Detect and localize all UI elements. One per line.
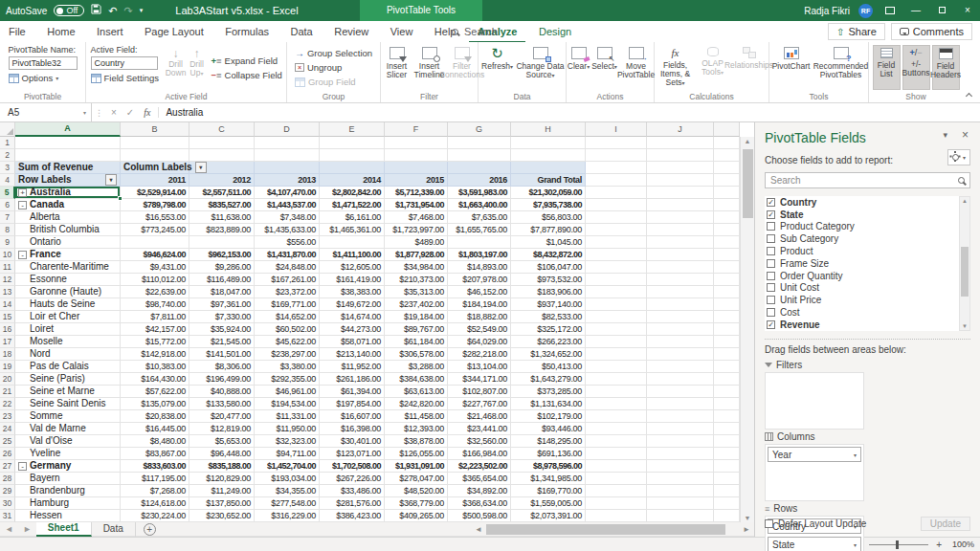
cell-I20[interactable] xyxy=(586,373,647,386)
field-checkbox-unit-cost[interactable] xyxy=(767,283,775,292)
recommended-pivottables-button[interactable]: ?Recommended PivotTables xyxy=(813,44,869,91)
cell-E31[interactable]: $386,423.00 xyxy=(320,510,385,522)
cell-C21[interactable]: $40,888.00 xyxy=(189,386,255,398)
cell-A18[interactable]: Nord xyxy=(15,348,121,361)
cell-A5[interactable]: +Australia xyxy=(15,187,121,199)
row-header-21[interactable]: 21 xyxy=(0,386,15,398)
cell-E10[interactable]: $1,411,100.00 xyxy=(320,249,385,261)
cell-D17[interactable]: $45,622.00 xyxy=(255,336,320,348)
tab-formulas[interactable]: Formulas xyxy=(216,21,278,42)
update-button[interactable]: Update xyxy=(921,517,970,531)
sheet-nav-left-icon[interactable]: ◄ xyxy=(0,524,18,534)
cell-J17[interactable] xyxy=(647,336,714,348)
cell-A23[interactable]: Somme xyxy=(15,410,121,423)
cell-B17[interactable]: $15,772.00 xyxy=(121,336,189,348)
col-header-C[interactable]: C xyxy=(189,122,255,137)
row-header-28[interactable]: 28 xyxy=(0,473,15,485)
cell-E18[interactable]: $213,140.00 xyxy=(320,348,385,361)
cell-G18[interactable]: $282,218.00 xyxy=(448,348,511,361)
cell-D27[interactable]: $1,452,704.00 xyxy=(255,460,320,473)
field-checkbox-cost[interactable] xyxy=(767,308,775,317)
cell-I22[interactable] xyxy=(586,398,647,410)
tab-data[interactable]: Data xyxy=(281,21,321,42)
cell-H19[interactable]: $50,413.00 xyxy=(511,361,586,373)
cell-C28[interactable]: $120,829.00 xyxy=(189,473,255,485)
comments-button[interactable]: Comments xyxy=(891,23,972,40)
minimize-button[interactable]: — xyxy=(907,0,924,21)
row-header-30[interactable]: 30 xyxy=(0,497,15,510)
cell-H30[interactable]: $1,559,005.00 xyxy=(511,497,586,510)
cell-K12[interactable] xyxy=(714,274,740,286)
cell-D26[interactable]: $94,711.00 xyxy=(255,448,320,460)
user-name[interactable]: Radja Fikri xyxy=(804,6,850,16)
cell-E2[interactable] xyxy=(320,149,385,162)
cell-K5[interactable] xyxy=(714,187,740,199)
cell-K15[interactable] xyxy=(714,311,740,323)
cell-F26[interactable]: $126,055.00 xyxy=(385,448,448,460)
fill-handle[interactable] xyxy=(118,196,122,201)
cell-H4[interactable]: Grand Total xyxy=(511,174,586,187)
cell-E6[interactable]: $1,471,522.00 xyxy=(320,199,385,211)
cell-B30[interactable]: $124,618.00 xyxy=(121,497,189,510)
cell-I10[interactable] xyxy=(586,249,647,261)
cell-B25[interactable]: $8,480.00 xyxy=(121,435,189,448)
cell-B6[interactable]: $789,798.00 xyxy=(121,199,189,211)
cell-J12[interactable] xyxy=(647,274,714,286)
select-all-corner[interactable] xyxy=(0,122,15,137)
cell-F17[interactable]: $61,184.00 xyxy=(385,336,448,348)
cell-H28[interactable]: $1,341,985.00 xyxy=(511,473,586,485)
cell-D9[interactable]: $556.00 xyxy=(255,236,320,249)
collapse-button[interactable]: - xyxy=(18,251,27,259)
field-item-revenue[interactable]: ✓Revenue xyxy=(765,319,959,331)
clear-button[interactable]: Clear▾ xyxy=(567,44,591,91)
cell-B7[interactable]: $16,553.00 xyxy=(121,211,189,224)
field-item-cost[interactable]: Cost xyxy=(765,306,959,319)
cell-C23[interactable]: $20,477.00 xyxy=(189,410,255,423)
cell-A9[interactable]: Ontario xyxy=(15,236,121,249)
close-button[interactable]: × xyxy=(959,0,976,21)
cell-K29[interactable] xyxy=(714,485,740,497)
cell-J25[interactable] xyxy=(647,435,714,448)
insert-slicer-button[interactable]: Insert Slicer xyxy=(381,44,413,91)
field-item-state[interactable]: ✓State xyxy=(765,209,959,221)
cell-D30[interactable]: $277,548.00 xyxy=(255,497,320,510)
row-header-14[interactable]: 14 xyxy=(0,298,15,311)
cell-A27[interactable]: -Germany xyxy=(15,460,121,473)
field-checkbox-unit-price[interactable] xyxy=(767,296,775,304)
pivotchart-button[interactable]: PivotChart xyxy=(769,44,813,91)
col-header-F[interactable]: F xyxy=(385,122,448,137)
cell-G4[interactable]: 2016 xyxy=(448,174,511,187)
row-header-20[interactable]: 20 xyxy=(0,373,15,386)
cell-F1[interactable] xyxy=(385,137,448,149)
field-checkbox-frame-size[interactable] xyxy=(767,259,775,268)
cell-J8[interactable] xyxy=(647,224,714,236)
cell-G12[interactable]: $207,978.00 xyxy=(448,274,511,286)
field-item-unit-price[interactable]: Unit Price xyxy=(765,294,959,306)
cell-D1[interactable] xyxy=(255,137,320,149)
cell-C18[interactable]: $141,501.00 xyxy=(189,348,255,361)
row-header-22[interactable]: 22 xyxy=(0,398,15,410)
vertical-scrollbar[interactable]: ▲ ▼ xyxy=(740,137,754,522)
cell-H16[interactable]: $325,172.00 xyxy=(511,323,586,336)
row-header-12[interactable]: 12 xyxy=(0,274,15,286)
field-checkbox-revenue[interactable]: ✓ xyxy=(767,320,775,329)
cell-F22[interactable]: $242,820.00 xyxy=(385,398,448,410)
cell-B16[interactable]: $42,157.00 xyxy=(121,323,189,336)
cell-J30[interactable] xyxy=(647,497,714,510)
field-checkbox-sub-category[interactable] xyxy=(767,234,775,243)
row-header-31[interactable]: 31 xyxy=(0,510,15,522)
cell-K9[interactable] xyxy=(714,236,740,249)
cell-E7[interactable]: $6,161.00 xyxy=(320,211,385,224)
cell-K20[interactable] xyxy=(714,373,740,386)
cell-B2[interactable] xyxy=(121,149,189,162)
col-header-D[interactable]: D xyxy=(255,122,320,137)
cell-C10[interactable]: $962,153.00 xyxy=(189,249,255,261)
cell-F24[interactable]: $12,393.00 xyxy=(385,423,448,435)
cell-C12[interactable]: $116,489.00 xyxy=(189,274,255,286)
cell-D16[interactable]: $60,502.00 xyxy=(255,323,320,336)
field-item-country[interactable]: ✓Country xyxy=(765,196,959,209)
close-pane-icon[interactable]: × xyxy=(962,128,969,142)
row-header-11[interactable]: 11 xyxy=(0,261,15,274)
cell-I18[interactable] xyxy=(586,348,647,361)
cell-J24[interactable] xyxy=(647,423,714,435)
